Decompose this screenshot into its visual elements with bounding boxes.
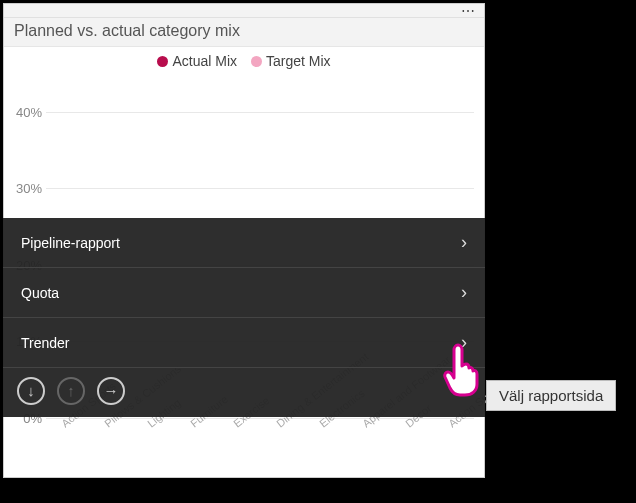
legend-label-target: Target Mix xyxy=(266,53,331,69)
chevron-right-icon: › xyxy=(461,332,467,353)
arrow-down-icon: ↓ xyxy=(27,382,35,399)
menu-item[interactable]: Quota› xyxy=(3,268,485,318)
arrow-up-icon: ↑ xyxy=(67,382,75,399)
menu-list: Pipeline-rapport›Quota›Trender› xyxy=(3,218,485,367)
y-axis-label: 40% xyxy=(6,104,42,119)
chart-legend: Actual Mix Target Mix xyxy=(4,47,484,73)
drill-down-button[interactable]: ↓ xyxy=(17,377,45,405)
menu-item[interactable]: Pipeline-rapport› xyxy=(3,218,485,268)
gridline xyxy=(46,188,474,189)
page-menu-overlay: Pipeline-rapport›Quota›Trender› ↓ ↑ → › xyxy=(3,218,485,417)
next-button[interactable]: → xyxy=(97,377,125,405)
legend-swatch-target xyxy=(251,56,262,67)
x-axis-labels: Action SportsPillows & CushionsLightingF… xyxy=(46,418,474,474)
arrow-right-icon: → xyxy=(104,382,119,399)
pages-chevron-icon[interactable]: › xyxy=(465,380,471,401)
legend-actual: Actual Mix xyxy=(157,53,237,69)
legend-swatch-actual xyxy=(157,56,168,67)
overlay-toolbar: ↓ ↑ → › xyxy=(3,367,485,417)
gridline xyxy=(46,112,474,113)
chevron-right-icon: › xyxy=(461,282,467,303)
drill-up-button: ↑ xyxy=(57,377,85,405)
menu-item-label: Quota xyxy=(21,285,59,301)
legend-target: Target Mix xyxy=(251,53,331,69)
card-header: ⋯ xyxy=(4,4,484,18)
legend-label-actual: Actual Mix xyxy=(172,53,237,69)
chevron-right-icon: › xyxy=(461,232,467,253)
menu-item[interactable]: Trender› xyxy=(3,318,485,367)
y-axis-label: 30% xyxy=(6,181,42,196)
tooltip: Välj rapportsida xyxy=(486,380,616,411)
card-title: Planned vs. actual category mix xyxy=(4,18,484,47)
menu-item-label: Trender xyxy=(21,335,70,351)
menu-item-label: Pipeline-rapport xyxy=(21,235,120,251)
more-icon[interactable]: ⋯ xyxy=(461,6,476,15)
